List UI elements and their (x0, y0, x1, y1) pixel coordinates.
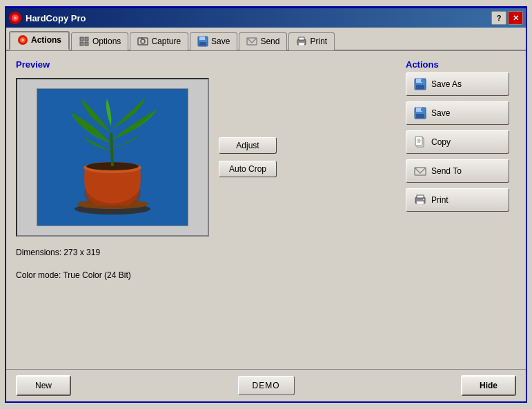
save-tab-icon (197, 36, 208, 47)
svg-rect-15 (199, 42, 206, 46)
copy-icon (413, 135, 427, 149)
title-buttons: ? ✕ (491, 11, 523, 25)
title-bar-left: HardCopy Pro (9, 12, 86, 24)
tab-options[interactable]: Options (71, 32, 128, 50)
save-button[interactable]: Save (406, 101, 509, 125)
svg-point-43 (423, 199, 424, 200)
title-bar: HardCopy Pro ? ✕ (6, 8, 526, 28)
dimensions-text: Dimensions: 273 x 319 (16, 246, 395, 259)
copy-button[interactable]: Copy (406, 130, 509, 154)
print-icon (413, 193, 427, 207)
color-mode-text: Color mode: True Color (24 Bit) (16, 269, 395, 282)
svg-point-5 (21, 39, 24, 41)
svg-rect-29 (421, 79, 423, 82)
actions-title: Actions (406, 59, 516, 70)
svg-rect-8 (80, 42, 83, 46)
svg-rect-42 (417, 201, 424, 204)
svg-rect-12 (141, 37, 143, 39)
auto-crop-button[interactable]: Auto Crop (219, 161, 277, 177)
svg-rect-19 (299, 43, 304, 46)
tab-send-label: Send (260, 37, 279, 46)
copy-label: Copy (431, 137, 451, 147)
preview-image (37, 88, 188, 226)
save-as-label: Save As (431, 79, 462, 89)
preview-section: Preview (16, 59, 395, 361)
print-label: Print (431, 195, 449, 205)
preview-buttons: Adjust Auto Crop (219, 78, 277, 237)
main-content: Preview (6, 51, 526, 369)
svg-rect-14 (199, 37, 205, 40)
new-button[interactable]: New (16, 375, 71, 396)
options-tab-icon (79, 36, 90, 47)
svg-rect-41 (417, 195, 424, 198)
tab-send[interactable]: Send (239, 32, 287, 50)
svg-rect-6 (80, 37, 83, 41)
print-button[interactable]: Print (406, 188, 509, 212)
send-to-button[interactable]: Send To (406, 159, 509, 183)
tab-capture[interactable]: Capture (130, 32, 188, 50)
tab-actions[interactable]: Actions (9, 31, 70, 50)
save-icon (413, 106, 427, 120)
svg-point-11 (141, 39, 145, 43)
save-label: Save (431, 108, 450, 118)
tab-save-label: Save (211, 37, 230, 46)
send-to-label: Send To (431, 166, 462, 176)
svg-rect-28 (416, 85, 424, 89)
close-button[interactable]: ✕ (508, 11, 523, 25)
capture-tab-icon (137, 36, 148, 47)
send-tab-icon (246, 36, 257, 47)
hide-button[interactable]: Hide (461, 375, 516, 396)
actions-tab-icon (17, 34, 28, 46)
svg-rect-32 (416, 114, 424, 118)
main-window: HardCopy Pro ? ✕ Actions (5, 6, 527, 403)
svg-rect-7 (85, 37, 88, 41)
adjust-button[interactable]: Adjust (219, 137, 277, 154)
window-title: HardCopy Pro (26, 13, 86, 23)
tab-print[interactable]: Print (288, 32, 335, 50)
svg-line-25 (111, 133, 112, 166)
app-icon (9, 12, 21, 24)
tab-capture-label: Capture (151, 37, 181, 46)
save-as-button[interactable]: Save As (406, 72, 509, 96)
save-as-icon (413, 77, 427, 91)
svg-rect-9 (85, 42, 88, 46)
actions-section: Actions Save As (406, 59, 516, 361)
help-button[interactable]: ? (491, 11, 506, 25)
tab-bar: Actions Options C (6, 28, 526, 51)
tab-print-label: Print (310, 37, 327, 46)
svg-point-2 (14, 17, 17, 19)
tab-save[interactable]: Save (190, 32, 237, 50)
send-to-icon (413, 164, 427, 178)
preview-area: Adjust Auto Crop (16, 78, 395, 237)
demo-button[interactable]: DEMO (238, 376, 295, 395)
svg-rect-18 (299, 37, 304, 40)
tab-actions-label: Actions (31, 35, 61, 45)
svg-rect-33 (421, 108, 423, 111)
preview-box (16, 78, 209, 237)
bottom-bar: New DEMO Hide (6, 369, 526, 401)
preview-title: Preview (16, 59, 395, 70)
tab-options-label: Options (92, 37, 121, 46)
print-tab-icon (296, 36, 307, 47)
